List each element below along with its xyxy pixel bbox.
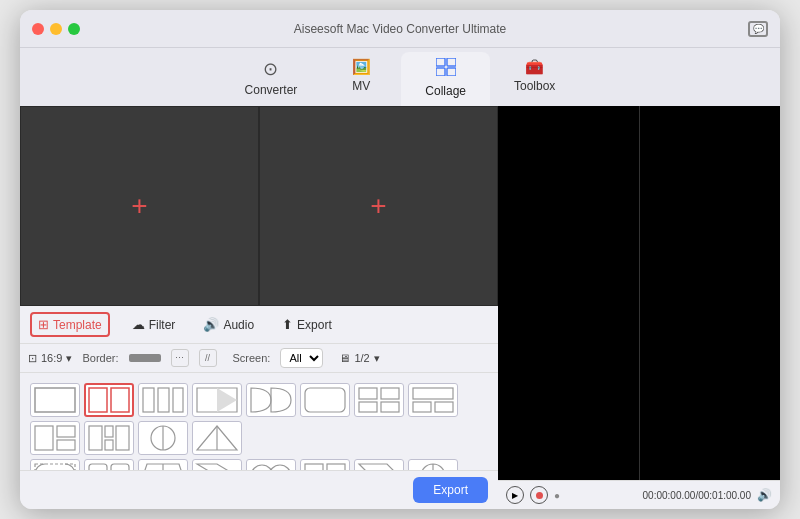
audio-button[interactable]: 🔊 Audio — [197, 314, 260, 335]
controls-bar: ⊞ Template ☁ Filter 🔊 Audio ⬆ Export — [20, 306, 498, 344]
svg-rect-17 — [413, 388, 453, 399]
template-7[interactable] — [354, 383, 404, 417]
template-6[interactable] — [300, 383, 350, 417]
template-button[interactable]: ⊞ Template — [30, 312, 110, 337]
svg-rect-8 — [158, 388, 169, 412]
svg-point-38 — [269, 465, 291, 470]
tab-collage[interactable]: Collage — [401, 52, 490, 106]
monitor-icon: 🖥 — [339, 352, 350, 364]
template-row-1 — [30, 383, 488, 455]
template-25[interactable] — [246, 459, 296, 470]
template-3[interactable] — [138, 383, 188, 417]
template-23[interactable] — [138, 459, 188, 470]
preview-cell-1[interactable]: + — [20, 106, 259, 306]
export-ctrl-label: Export — [297, 318, 332, 332]
svg-rect-6 — [111, 388, 129, 412]
border-diag-btn[interactable]: // — [199, 349, 217, 367]
main-layout: + + ⊞ Template ☁ Filter 🔊 Audio — [20, 106, 780, 509]
svg-rect-16 — [381, 402, 399, 412]
chat-icon[interactable]: 💬 — [748, 21, 768, 37]
template-11[interactable] — [138, 421, 188, 455]
traffic-lights — [32, 23, 80, 35]
audio-icon: 🔊 — [203, 317, 219, 332]
monitor-selector[interactable]: 🖥 1/2 ▾ — [339, 352, 379, 365]
time-display: 00:00:00.00/00:01:00.00 — [566, 490, 751, 501]
aspect-ratio-selector[interactable]: ⊡ 16:9 ▾ — [28, 352, 72, 365]
tab-toolbox-label: Toolbox — [514, 79, 555, 93]
right-video-cell-2[interactable] — [640, 106, 781, 480]
template-26[interactable] — [300, 459, 350, 470]
right-controls-bar: ▶ ● 00:00:00.00/00:01:00.00 🔊 — [498, 480, 780, 509]
svg-rect-18 — [413, 402, 431, 412]
aspect-ratio-value: 16:9 — [41, 352, 62, 364]
template-icon: ⊞ — [38, 317, 49, 332]
maximize-button[interactable] — [68, 23, 80, 35]
mv-icon: 🖼️ — [352, 58, 371, 76]
filter-button[interactable]: ☁ Filter — [126, 314, 182, 335]
export-bar: Export — [20, 470, 498, 509]
svg-rect-21 — [57, 426, 75, 437]
tab-mv[interactable]: 🖼️ MV — [321, 52, 401, 106]
aspect-ratio-icon: ⊡ — [28, 352, 37, 365]
preview-cell-2[interactable]: + — [259, 106, 498, 306]
screen-label: Screen: — [233, 352, 271, 364]
svg-rect-14 — [381, 388, 399, 399]
collage-icon — [436, 58, 456, 81]
template-24[interactable] — [192, 459, 242, 470]
svg-rect-25 — [105, 440, 113, 450]
minimize-button[interactable] — [50, 23, 62, 35]
template-12[interactable] — [192, 421, 242, 455]
svg-marker-11 — [217, 388, 237, 412]
toolbox-icon: 🧰 — [525, 58, 544, 76]
export-ctrl-button[interactable]: ⬆ Export — [276, 314, 338, 335]
svg-rect-15 — [359, 402, 377, 412]
record-dot: ● — [554, 490, 560, 501]
export-ctrl-icon: ⬆ — [282, 317, 293, 332]
svg-rect-33 — [111, 464, 129, 470]
template-21[interactable] — [30, 459, 80, 470]
title-bar: Aiseesoft Mac Video Converter Ultimate 💬 — [20, 10, 780, 48]
border-label: Border: — [82, 352, 118, 364]
right-video-preview — [498, 106, 780, 480]
border-solid[interactable] — [129, 354, 161, 362]
play-button[interactable]: ▶ — [506, 486, 524, 504]
svg-rect-26 — [116, 426, 129, 450]
stop-button[interactable] — [530, 486, 548, 504]
template-28[interactable] — [408, 459, 458, 470]
svg-rect-2 — [436, 68, 445, 76]
window-title: Aiseesoft Mac Video Converter Ultimate — [294, 22, 507, 36]
audio-label: Audio — [223, 318, 254, 332]
converter-icon: ⊙ — [263, 58, 278, 80]
template-22[interactable] — [84, 459, 134, 470]
svg-rect-19 — [435, 402, 453, 412]
svg-rect-40 — [327, 464, 345, 470]
template-27[interactable] — [354, 459, 404, 470]
volume-icon[interactable]: 🔊 — [757, 488, 772, 502]
export-button[interactable]: Export — [413, 477, 488, 503]
tab-bar: ⊙ Converter 🖼️ MV Collage 🧰 Toolbox — [20, 48, 780, 106]
aspect-ratio-chevron: ▾ — [66, 352, 72, 365]
svg-point-37 — [251, 465, 273, 470]
template-1[interactable] — [30, 383, 80, 417]
right-panel: ▶ ● 00:00:00.00/00:01:00.00 🔊 — [498, 106, 780, 509]
screen-select[interactable]: All 1 2 — [280, 348, 323, 368]
template-8[interactable] — [408, 383, 458, 417]
tab-converter[interactable]: ⊙ Converter — [221, 52, 322, 106]
svg-rect-9 — [173, 388, 183, 412]
svg-rect-24 — [105, 426, 113, 437]
svg-rect-13 — [359, 388, 377, 399]
close-button[interactable] — [32, 23, 44, 35]
right-video-cell-1[interactable] — [498, 106, 640, 480]
title-bar-right: 💬 — [748, 21, 768, 37]
template-5[interactable] — [246, 383, 296, 417]
template-4[interactable] — [192, 383, 242, 417]
template-10[interactable] — [84, 421, 134, 455]
svg-rect-5 — [89, 388, 107, 412]
tab-converter-label: Converter — [245, 83, 298, 97]
template-label: Template — [53, 318, 102, 332]
template-9[interactable] — [30, 421, 80, 455]
tab-toolbox[interactable]: 🧰 Toolbox — [490, 52, 579, 106]
template-grid — [26, 379, 492, 470]
template-2[interactable] — [84, 383, 134, 417]
border-dot-btn[interactable]: ⋯ — [171, 349, 189, 367]
